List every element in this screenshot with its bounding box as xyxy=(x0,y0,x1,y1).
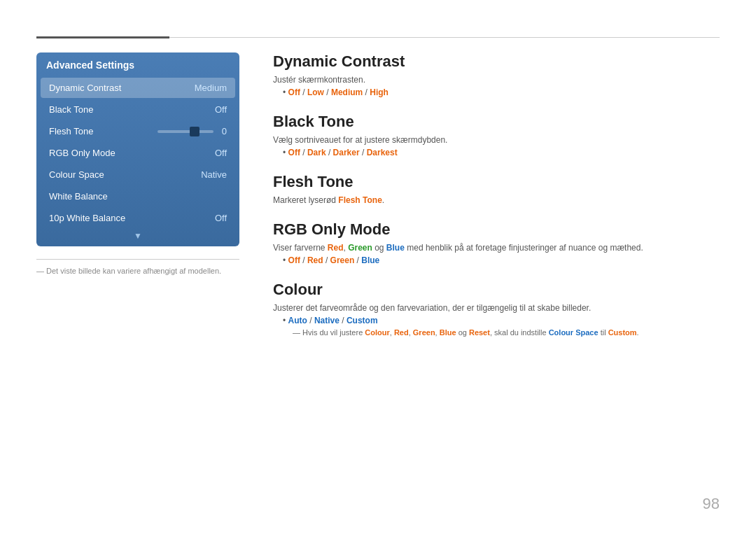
menu-item-black-tone[interactable]: Black Tone Off xyxy=(41,99,235,120)
menu-item-flesh-tone[interactable]: Flesh Tone 0 xyxy=(41,121,235,141)
opt-custom-colour: Custom xyxy=(346,316,378,325)
section-dynamic-contrast: Dynamic Contrast Justér skærmkontrasten.… xyxy=(273,52,720,97)
opt-red-rgb: Red xyxy=(328,243,344,253)
flesh-tone-value: 0 xyxy=(222,126,227,136)
divider-line xyxy=(169,37,720,38)
opt-flesh-tone-highlight: Flesh Tone xyxy=(338,195,382,205)
opt-green-rgb: Green xyxy=(348,243,372,253)
menu-item-10p-white-balance[interactable]: 10p White Balance Off xyxy=(41,208,235,228)
section-black-tone: Black Tone Vælg sortniveauet for at just… xyxy=(273,113,720,157)
menu-label-flesh-tone: Flesh Tone xyxy=(49,126,93,136)
opt-blue-opt: Blue xyxy=(361,255,379,265)
menu-value-colour-space: Native xyxy=(201,169,227,180)
menu-value-black-tone: Off xyxy=(215,104,227,115)
menu-label-white-balance: White Balance xyxy=(49,191,108,202)
section-options-black-tone: Off / Dark / Darker / Darkest xyxy=(283,148,720,157)
section-rgb-only: RGB Only Mode Viser farverne Red, Green … xyxy=(273,220,720,265)
section-title-black-tone: Black Tone xyxy=(273,113,720,131)
opt-off-bt: Off xyxy=(288,148,300,157)
advanced-settings-box: Advanced Settings Dynamic Contrast Mediu… xyxy=(36,52,239,246)
opt-auto-colour: Auto xyxy=(288,316,307,325)
opt-off-rgb: Off xyxy=(288,255,300,265)
menu-label-dynamic-contrast: Dynamic Contrast xyxy=(49,83,121,93)
section-desc-rgb-only: Viser farverne Red, Green og Blue med he… xyxy=(273,243,720,253)
section-title-rgb-only: RGB Only Mode xyxy=(273,220,720,239)
opt-blue-rgb: Blue xyxy=(386,243,405,253)
menu-value-dynamic-contrast: Medium xyxy=(195,83,227,93)
panel-note: — Det viste billede kan variere afhængig… xyxy=(36,259,239,275)
panel-title: Advanced Settings xyxy=(36,52,239,76)
menu-label-colour-space: Colour Space xyxy=(49,169,104,180)
opt-darkest-bt: Darkest xyxy=(367,148,398,157)
menu-item-colour-space[interactable]: Colour Space Native xyxy=(41,164,235,185)
menu-label-rgb-only: RGB Only Mode xyxy=(49,148,115,158)
flesh-tone-slider[interactable] xyxy=(158,130,214,133)
section-desc-colour: Justerer det farveområde og den farvevar… xyxy=(273,303,720,313)
sub-note-colour: Hvis du vil justere Colour, Red, Green, … xyxy=(293,328,720,337)
menu-label-10p-white-balance: 10p White Balance xyxy=(49,213,125,223)
section-options-dynamic-contrast: Off / Low / Medium / High xyxy=(283,87,720,97)
page-number: 98 xyxy=(703,495,720,513)
section-desc-black-tone: Vælg sortniveauet for at justere skærmdy… xyxy=(273,135,720,145)
top-divider xyxy=(36,36,720,38)
section-title-colour: Colour xyxy=(273,281,720,299)
section-colour: Colour Justerer det farveområde og den f… xyxy=(273,281,720,337)
left-panel: Advanced Settings Dynamic Contrast Mediu… xyxy=(36,52,239,275)
menu-item-rgb-only[interactable]: RGB Only Mode Off xyxy=(41,143,235,163)
menu-item-dynamic-contrast[interactable]: Dynamic Contrast Medium xyxy=(41,78,235,98)
slider-thumb xyxy=(190,127,200,136)
opt-green-opt: Green xyxy=(330,255,355,265)
opt-high-dc: High xyxy=(370,87,388,97)
section-title-flesh-tone: Flesh Tone xyxy=(273,173,720,191)
menu-value-rgb-only: Off xyxy=(215,148,227,158)
section-desc-flesh-tone: Markeret lyserød Flesh Tone. xyxy=(273,195,720,205)
opt-red-opt: Red xyxy=(307,255,323,265)
opt-dark-bt: Dark xyxy=(307,148,326,157)
section-title-dynamic-contrast: Dynamic Contrast xyxy=(273,52,720,71)
section-desc-dynamic-contrast: Justér skærmkontrasten. xyxy=(273,75,720,85)
opt-native-colour: Native xyxy=(314,316,340,325)
divider-accent xyxy=(36,36,169,38)
opt-darker-bt: Darker xyxy=(333,148,360,157)
opt-off-dc: Off xyxy=(288,87,300,97)
menu-value-10p-white-balance: Off xyxy=(215,213,227,223)
menu-label-black-tone: Black Tone xyxy=(49,104,93,115)
right-content: Dynamic Contrast Justér skærmkontrasten.… xyxy=(273,52,720,352)
opt-medium-dc: Medium xyxy=(331,87,363,97)
section-options-rgb-only: Off / Red / Green / Blue xyxy=(283,255,720,265)
scroll-arrow[interactable]: ▼ xyxy=(36,231,239,241)
section-flesh-tone: Flesh Tone Markeret lyserød Flesh Tone. xyxy=(273,173,720,205)
menu-item-white-balance[interactable]: White Balance xyxy=(41,186,235,206)
section-options-colour: Auto / Native / Custom xyxy=(283,316,720,325)
opt-low-dc: Low xyxy=(307,87,324,97)
